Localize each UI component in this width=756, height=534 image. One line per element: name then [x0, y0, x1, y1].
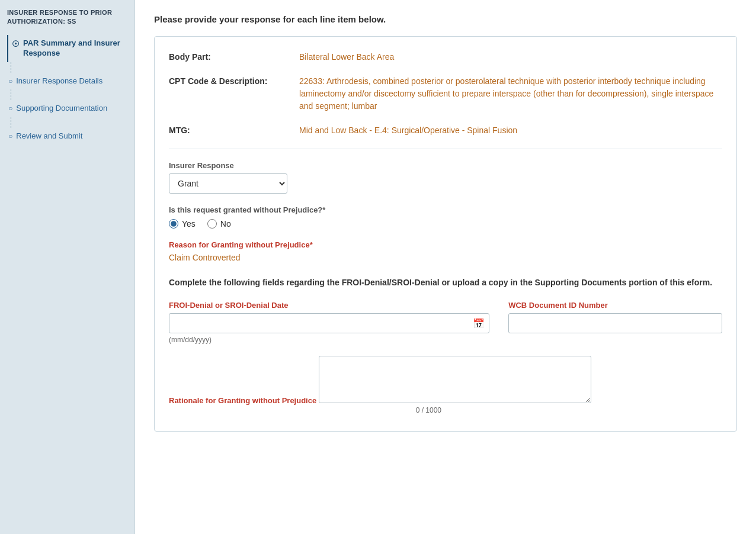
wcb-doc-label: WCB Document ID Number — [508, 301, 722, 310]
froi-date-input[interactable] — [169, 313, 489, 333]
froi-date-group: FROI-Denial or SROI-Denial Date 📅 (mm/dd… — [169, 301, 489, 344]
form-card: Body Part: Bilateral Lower Back Area CPT… — [154, 36, 737, 432]
reason-group: Reason for Granting without Prejudice* C… — [169, 240, 722, 262]
mtg-value: Mid and Low Back - E.4: Surgical/Operati… — [299, 124, 722, 137]
rationale-label: Rationale for Granting without Prejudice — [169, 396, 316, 405]
froi-date-hint: (mm/dd/yyyy) — [169, 336, 489, 344]
sidebar-item-review-and-submit[interactable]: ○ Review and Submit — [7, 128, 127, 145]
char-count: 0 / 1000 — [169, 406, 441, 414]
rationale-group: Rationale for Granting without Prejudice… — [169, 356, 722, 414]
body-part-value: Bilateral Lower Back Area — [299, 51, 722, 63]
froi-date-label: FROI-Denial or SROI-Denial Date — [169, 301, 489, 310]
sidebar-item-par-summary[interactable]: ☉ PAR Summary and Insurer Response — [7, 35, 127, 62]
rationale-textarea[interactable] — [319, 356, 591, 403]
sidebar-divider-3 — [11, 117, 127, 128]
sidebar-item-supporting-documentation[interactable]: ○ Supporting Documentation — [7, 100, 127, 117]
sidebar-divider-1 — [11, 62, 127, 73]
mtg-label: MTG: — [169, 124, 287, 137]
sidebar-item-supporting-label: Supporting Documentation — [16, 104, 107, 114]
without-prejudice-label: Is this request granted without Prejudic… — [169, 205, 722, 214]
circle-icon-3: ○ — [8, 132, 12, 141]
sidebar-header: INSURER RESPONSE TO PRIOR AUTHORIZATION:… — [7, 8, 127, 27]
reason-label: Reason for Granting without Prejudice* — [169, 240, 722, 249]
mtg-row: MTG: Mid and Low Back - E.4: Surgical/Op… — [169, 124, 722, 137]
no-label: No — [220, 219, 231, 229]
wcb-doc-input[interactable] — [508, 313, 722, 333]
without-prejudice-group: Is this request granted without Prejudic… — [169, 205, 722, 229]
sidebar-item-review-label: Review and Submit — [16, 131, 82, 141]
body-part-label: Body Part: — [169, 51, 287, 63]
no-radio[interactable] — [207, 219, 217, 229]
yes-label: Yes — [182, 219, 196, 229]
sidebar: INSURER RESPONSE TO PRIOR AUTHORIZATION:… — [0, 0, 135, 534]
wcb-doc-group: WCB Document ID Number — [508, 301, 722, 333]
froi-wcb-row: FROI-Denial or SROI-Denial Date 📅 (mm/dd… — [169, 301, 722, 344]
sidebar-item-par-summary-label: PAR Summary and Insurer Response — [23, 38, 127, 59]
cpt-value: 22633: Arthrodesis, combined posterior o… — [299, 75, 722, 112]
body-part-row: Body Part: Bilateral Lower Back Area — [169, 51, 722, 63]
circle-icon-1: ○ — [8, 77, 12, 86]
section-divider — [169, 149, 722, 149]
sidebar-divider-2 — [11, 89, 127, 100]
sidebar-item-insurer-response-details[interactable]: ○ Insurer Response Details — [7, 73, 127, 90]
circle-filled-icon: ☉ — [12, 38, 20, 49]
yes-radio[interactable] — [169, 219, 178, 229]
insurer-response-label: Insurer Response — [169, 161, 722, 170]
sidebar-item-insurer-label: Insurer Response Details — [16, 76, 102, 86]
prejudice-radio-group: Yes No — [169, 219, 722, 229]
insurer-response-group: Insurer Response Grant Deny Partial Gran… — [169, 161, 722, 194]
claim-controverted-link[interactable]: Claim Controverted — [169, 253, 241, 262]
cpt-row: CPT Code & Description: 22633: Arthrodes… — [169, 75, 722, 112]
froi-date-wrapper: 📅 — [169, 313, 489, 333]
insurer-response-select[interactable]: Grant Deny Partial Grant — [169, 173, 287, 194]
cpt-label: CPT Code & Description: — [169, 75, 287, 112]
no-radio-label[interactable]: No — [207, 219, 231, 229]
main-content: Please provide your response for each li… — [135, 0, 756, 534]
yes-radio-label[interactable]: Yes — [169, 219, 196, 229]
froi-instructions: Complete the following fields regarding … — [169, 276, 722, 289]
circle-icon-2: ○ — [8, 104, 12, 114]
page-instruction: Please provide your response for each li… — [154, 14, 737, 24]
